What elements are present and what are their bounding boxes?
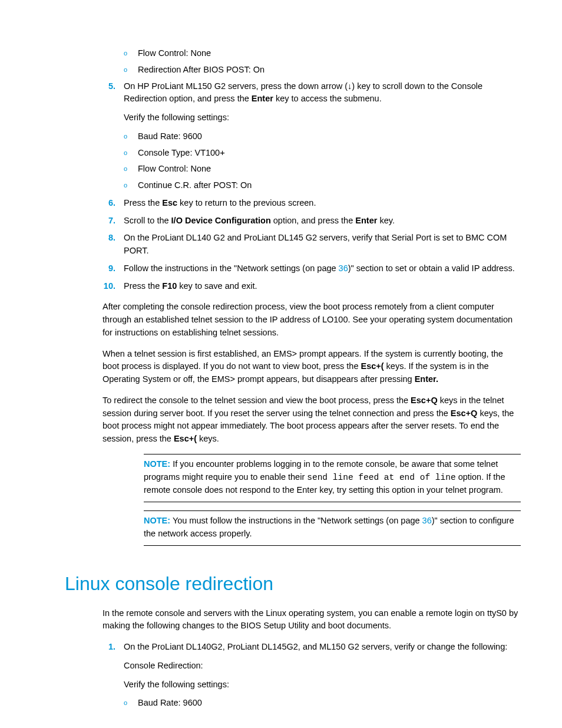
- step-number: 6.: [103, 197, 115, 210]
- text: Redirection After BIOS POST: On: [138, 65, 265, 74]
- text: Follow the instructions in the "Network …: [124, 263, 339, 273]
- linux-step-1: 1. On the ProLiant DL140G2, ProLiant DL1…: [103, 641, 521, 710]
- paragraph: To redirect the console to the telnet se…: [103, 394, 521, 446]
- note-label: NOTE:: [144, 516, 170, 525]
- sublist-item: Continue C.R. after POST: On: [124, 179, 521, 192]
- bold-text: Esc: [162, 198, 177, 207]
- text: key to access the submenu.: [273, 94, 382, 103]
- step-body: Press the Esc key to return to the previ…: [124, 197, 521, 210]
- text: key.: [377, 216, 395, 225]
- sublist-item: Flow Control: None: [124, 47, 521, 60]
- step-number: 5.: [103, 80, 115, 93]
- sublist-item: Baud Rate: 9600: [124, 130, 521, 143]
- bold-text: Enter.: [415, 374, 438, 384]
- step-5: 5. On HP ProLiant ML150 G2 servers, pres…: [103, 80, 521, 192]
- step-number: 9.: [103, 262, 115, 275]
- text: key to return to the previous screen.: [177, 198, 316, 207]
- numbered-list: 1. On the ProLiant DL140G2, ProLiant DL1…: [103, 641, 521, 710]
- text: )" section to set or obtain a valid IP a…: [348, 263, 515, 273]
- text: key to save and exit.: [177, 281, 257, 291]
- text: Press the: [124, 281, 162, 291]
- step-number: 8.: [103, 232, 115, 245]
- bold-text: F10: [162, 281, 177, 291]
- bold-text: I/O Device Configuration: [171, 216, 271, 225]
- section-heading: Linux console redirection: [65, 569, 521, 598]
- note-box: NOTE: You must follow the instructions i…: [144, 510, 521, 546]
- step-body: Scroll to the I/O Device Configuration o…: [124, 215, 521, 228]
- numbered-list: 5. On HP ProLiant ML150 G2 servers, pres…: [103, 80, 521, 293]
- step-6: 6. Press the Esc key to return to the pr…: [103, 197, 521, 210]
- note-label: NOTE:: [144, 459, 170, 469]
- step-number: 10.: [103, 280, 115, 293]
- step-8: 8. On the ProLiant DL140 G2 and ProLiant…: [103, 232, 521, 258]
- paragraph: When a telnet session is first establish…: [103, 348, 521, 386]
- bold-text: Esc+(: [361, 361, 384, 371]
- bold-text: Esc+(: [174, 434, 197, 443]
- step-sublist: Baud Rate: 9600: [124, 697, 521, 710]
- text: option, and press the: [271, 216, 356, 225]
- sublist-item: Flow Control: None: [124, 163, 521, 176]
- step-body: Follow the instructions in the "Network …: [124, 262, 521, 275]
- text: Baud Rate: 9600: [138, 698, 202, 707]
- step-body: On the ProLiant DL140 G2 and ProLiant DL…: [124, 232, 521, 258]
- text: Scroll to the: [124, 216, 171, 225]
- mono-text: send line feed at end of line: [307, 473, 455, 482]
- page-link[interactable]: 36: [422, 516, 432, 525]
- step-10: 10. Press the F10 key to save and exit.: [103, 280, 521, 293]
- step-7: 7. Scroll to the I/O Device Configuratio…: [103, 215, 521, 228]
- sublist-top: Flow Control: None Redirection After BIO…: [124, 47, 521, 77]
- page-link[interactable]: 36: [339, 263, 348, 273]
- text: Press the: [124, 198, 162, 207]
- text: Baud Rate: 9600: [138, 131, 202, 141]
- bold-text: Esc+Q: [451, 409, 478, 418]
- sublist-item: Console Type: VT100+: [124, 147, 521, 160]
- step-sublist: Baud Rate: 9600 Console Type: VT100+ Flo…: [124, 130, 521, 192]
- bold-text: Esc+Q: [411, 396, 438, 405]
- paragraph: In the remote console and servers with t…: [103, 607, 521, 633]
- text: Continue C.R. after POST: On: [138, 180, 252, 190]
- step-body: Press the F10 key to save and exit.: [124, 280, 521, 293]
- verify-line: Console Redirection:: [124, 660, 521, 673]
- sublist-item: Redirection After BIOS POST: On: [124, 64, 521, 77]
- text: Console Type: VT100+: [138, 148, 225, 157]
- step-body: On HP ProLiant ML150 G2 servers, press t…: [124, 80, 521, 106]
- text: keys.: [197, 434, 219, 443]
- text: To redirect the console to the telnet se…: [103, 396, 411, 405]
- verify-line: Verify the following settings:: [124, 678, 521, 691]
- sublist-item: Baud Rate: 9600: [124, 697, 521, 710]
- bold-text: Enter: [355, 216, 377, 225]
- step-body: On the ProLiant DL140G2, ProLiant DL145G…: [124, 641, 521, 654]
- note-box: NOTE: If you encounter problems logging …: [144, 454, 521, 502]
- verify-line: Verify the following settings:: [124, 111, 521, 124]
- bold-text: Enter: [252, 94, 273, 103]
- text: Flow Control: None: [138, 164, 211, 173]
- text: You must follow the instructions in the …: [170, 516, 422, 525]
- step-number: 1.: [103, 641, 115, 654]
- step-number: 7.: [103, 215, 115, 228]
- paragraph: After completing the console redirection…: [103, 301, 521, 339]
- step-9: 9. Follow the instructions in the "Netwo…: [103, 262, 521, 275]
- text: Flow Control: None: [138, 48, 211, 58]
